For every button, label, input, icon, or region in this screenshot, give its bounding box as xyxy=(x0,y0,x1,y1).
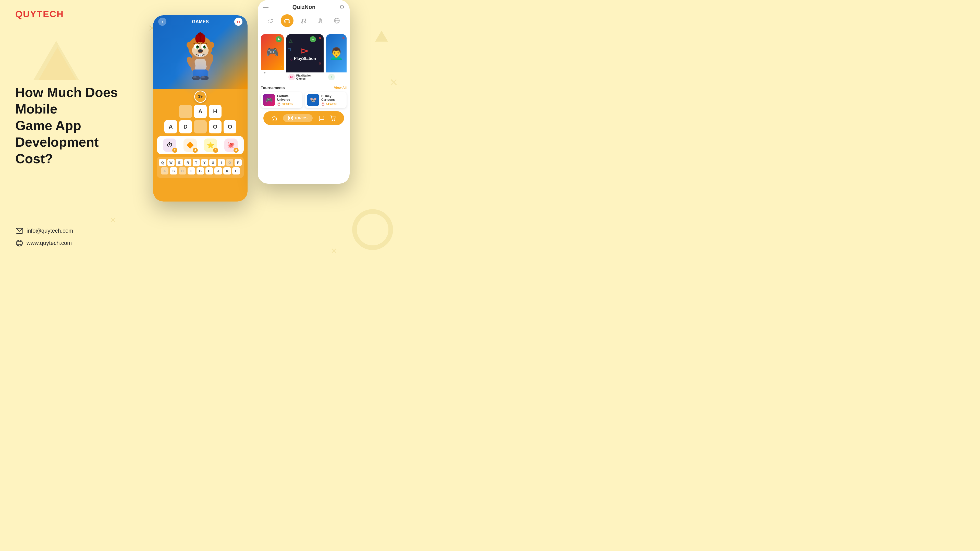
key-q[interactable]: Q xyxy=(159,159,166,166)
ps-card-footer: 69 PlayStation Games xyxy=(286,73,324,82)
tournament-fortnite-info: Fortnite Universe ⏰ 00:10:35 xyxy=(277,94,301,106)
view-all-link[interactable]: View All xyxy=(334,86,347,89)
svg-point-41 xyxy=(320,20,321,21)
tournament-disney-info: Disney Cartoons ⏰ 14:40:35 xyxy=(321,94,345,106)
contact-email-item: info@quytech.com xyxy=(15,227,73,235)
letter-tile-3: H xyxy=(209,105,221,118)
powerup-special[interactable]: 🐙 6 xyxy=(224,138,238,152)
tournament-fortnite-thumb: 🎮 xyxy=(263,94,275,106)
tournament-card-disney[interactable]: 🐭 Disney Cartoons ⏰ 14:40:35 xyxy=(305,92,347,108)
tournament-card-fortnite[interactable]: 🎮 Fortnite Universe ⏰ 00:10:35 xyxy=(261,92,302,108)
key-r[interactable]: R xyxy=(184,159,191,166)
powerup-gem-badge: 4 xyxy=(192,148,198,153)
key-h[interactable]: H xyxy=(205,167,213,175)
svg-point-38 xyxy=(289,21,290,22)
email-icon xyxy=(15,227,24,235)
contact-email: info@quytech.com xyxy=(27,227,73,234)
game-card-fortnite-partial: + ✕ 🎮 ite xyxy=(261,34,284,82)
tournament-disney-thumb: 🐭 xyxy=(307,94,319,106)
ps-rating-badge: 69 xyxy=(288,74,295,80)
nav-topics-button[interactable]: TOPICS xyxy=(283,114,313,122)
nav-icon-globe[interactable] xyxy=(331,14,343,27)
svg-point-26 xyxy=(201,35,205,43)
key-a[interactable]: A xyxy=(161,167,169,175)
company-logo: QUYTECH xyxy=(15,9,64,20)
letter-tile-6 xyxy=(194,120,207,133)
key-l[interactable]: L xyxy=(232,167,240,175)
contact-website-item: www.quytech.com xyxy=(15,239,73,247)
heading-line1: How Much Does Mobile xyxy=(15,85,118,116)
powerup-special-badge: 6 xyxy=(234,148,239,153)
tournament-cards: 🎮 Fortnite Universe ⏰ 00:10:35 🐭 xyxy=(261,92,347,108)
add-ps-button[interactable]: + xyxy=(310,36,316,42)
powerup-star-badge: 3 xyxy=(213,148,218,153)
tournaments-section: Tournaments View All 🎮 Fortnite Universe… xyxy=(261,86,347,108)
bg-decoration-x3: ✕ xyxy=(390,76,398,88)
playstation-logo: ▻ PlayStation xyxy=(294,46,316,61)
powerup-gem[interactable]: 🔶 4 xyxy=(183,138,197,152)
key-y[interactable]: Y xyxy=(201,159,208,166)
heading-line2: Game App Development xyxy=(15,118,99,149)
add-game-button[interactable]: + xyxy=(275,36,282,42)
nav-icon-music[interactable] xyxy=(298,14,310,27)
svg-point-50 xyxy=(334,120,334,121)
quiz-header: — QuizNon ⚙ xyxy=(258,0,350,31)
svg-point-25 xyxy=(195,35,200,43)
key-j[interactable]: J xyxy=(215,167,222,175)
key-i[interactable]: I xyxy=(218,159,225,166)
powerup-star[interactable]: ⭐ 3 xyxy=(204,138,217,152)
key-g[interactable]: G xyxy=(197,167,204,175)
key-s[interactable]: S xyxy=(170,167,177,175)
quiz-app-title: QuizNon xyxy=(293,4,315,11)
character-card-footer: 0 xyxy=(326,73,347,82)
ps-card-label: PlayStation Games xyxy=(296,74,321,80)
svg-point-22 xyxy=(186,42,192,48)
letter-tile-5: D xyxy=(179,120,192,133)
close-card-icon[interactable]: ✕ xyxy=(318,36,321,40)
key-k[interactable]: K xyxy=(223,167,231,175)
char-rating-badge: 0 xyxy=(328,74,335,80)
heart-badge: ♥ 3 xyxy=(234,17,242,26)
key-t[interactable]: T xyxy=(192,159,200,166)
key-o[interactable]: O xyxy=(226,159,233,166)
nav-home-icon[interactable] xyxy=(271,115,277,121)
nav-icon-gamepad[interactable] xyxy=(281,14,293,27)
phone-mockup-word-game: ‹ GAMES ♥ 3 xyxy=(153,15,248,202)
key-u[interactable]: U xyxy=(209,159,216,166)
letter-tile-1 xyxy=(179,105,192,118)
character-glow-effect xyxy=(175,46,226,97)
key-w[interactable]: W xyxy=(167,159,175,166)
letter-tile-4: A xyxy=(164,120,177,133)
svg-point-40 xyxy=(304,21,306,22)
bg-decoration-x2: ✕ xyxy=(110,216,116,224)
word-row-1: A H xyxy=(157,105,244,118)
nav-icon-rocket[interactable] xyxy=(314,14,327,27)
bg-decoration-x4: ✕ xyxy=(331,247,337,255)
key-d[interactable]: D xyxy=(179,167,186,175)
nav-icon-handshake[interactable] xyxy=(264,14,277,27)
svg-point-49 xyxy=(332,120,332,121)
game-card-playstation: ✕ + △ ✕ ○ ▻ PlayStation 69 xyxy=(286,34,324,82)
tournament-fortnite-name: Fortnite Universe xyxy=(277,94,301,102)
website-icon xyxy=(15,239,24,247)
phone-mockup-quiz-app: — QuizNon ⚙ xyxy=(258,0,350,184)
quiz-gear-icon[interactable]: ⚙ xyxy=(339,4,345,11)
key-p[interactable]: P xyxy=(234,159,242,166)
nav-chat-icon[interactable] xyxy=(318,115,325,121)
main-heading: How Much Does Mobile Game App Developmen… xyxy=(15,84,127,167)
tournament-disney-time: ⏰ 14:40:35 xyxy=(321,103,345,106)
key-f[interactable]: F xyxy=(188,167,195,175)
tournaments-header: Tournaments View All xyxy=(261,86,347,90)
powerups-row: ⏱ 2 🔶 4 ⭐ 3 🐙 6 xyxy=(157,136,244,154)
powerup-timer[interactable]: ⏱ 2 xyxy=(163,138,177,152)
company-header: QUYTECH xyxy=(15,9,64,20)
back-button[interactable]: ‹ xyxy=(158,17,166,26)
word-row-2: A D O O xyxy=(157,120,244,133)
bg-decoration-circle xyxy=(352,209,393,250)
nav-cart-icon[interactable] xyxy=(330,115,336,121)
game-card-footer: ite xyxy=(261,70,284,75)
game-card-character-partial: 👨‍🦱 % 0 xyxy=(326,34,347,82)
key-e[interactable]: E xyxy=(176,159,183,166)
svg-rect-47 xyxy=(288,119,290,120)
quiz-nav-icons xyxy=(263,14,345,27)
